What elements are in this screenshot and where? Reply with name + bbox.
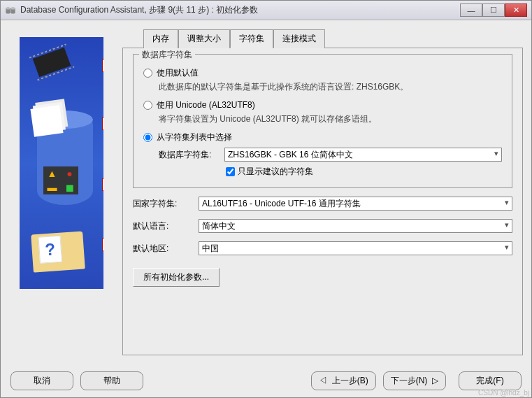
option-default[interactable]: 使用默认值: [143, 67, 502, 79]
radio-from-list[interactable]: [143, 133, 152, 142]
option-from-list[interactable]: 从字符集列表中选择: [143, 132, 502, 143]
svg-point-3: [6, 7, 10, 9]
help-folder-icon: [31, 231, 85, 272]
help-button[interactable]: 帮助: [80, 371, 143, 390]
dbca-window: Database Configuration Assistant, 步骤 9(共…: [0, 0, 532, 398]
all-params-row: 所有初始化参数...: [133, 268, 512, 287]
tab-sizing[interactable]: 调整大小: [178, 29, 230, 48]
step-check-icon: [102, 59, 103, 72]
body: ▲● ▬◼ 内存 调整大小 字符集 连接模式 数据库字符集: [1, 20, 531, 364]
radio-default[interactable]: [143, 69, 152, 78]
chip-icon: [33, 48, 71, 78]
default-lang-combo[interactable]: 简体中文: [199, 219, 512, 233]
svg-point-7: [10, 7, 15, 9]
db-charset-label: 数据库字符集:: [159, 149, 217, 161]
step-check-icon: [102, 118, 103, 130]
main-panel: 内存 调整大小 字符集 连接模式 数据库字符集 使用默认值 此数据库的默认字符集…: [122, 29, 523, 355]
national-charset-combo[interactable]: AL16UTF16 - Unicode UTF-16 通用字符集: [199, 197, 512, 211]
show-recommended-checkbox[interactable]: 只显示建议的字符集: [226, 166, 313, 178]
app-icon: [5, 5, 16, 16]
show-recommended-row: 只显示建议的字符集: [226, 166, 502, 178]
tab-memory[interactable]: 内存: [143, 29, 178, 48]
next-button[interactable]: 下一步(N) ▷: [383, 371, 446, 390]
tabs: 内存 调整大小 字符集 连接模式: [143, 29, 523, 48]
window-title: Database Configuration Assistant, 步骤 9(共…: [20, 4, 460, 16]
option-default-label: 使用默认值: [157, 67, 199, 79]
documents-icon: [30, 105, 63, 136]
maximize-button[interactable]: ☐: [482, 3, 505, 17]
titlebar: Database Configuration Assistant, 步骤 9(共…: [1, 1, 531, 20]
tab-panel-charset: 数据库字符集 使用默认值 此数据库的默认字符集是基于此操作系统的语言设置: ZH…: [122, 48, 523, 355]
option-from-list-label: 从字符集列表中选择: [157, 132, 232, 143]
shapes-icon: ▲● ▬◼: [43, 166, 78, 194]
db-charset-row: 数据库字符集: ZHS16GBK - GBK 16 位简体中文: [159, 148, 502, 162]
cancel-button[interactable]: 取消: [10, 371, 73, 390]
option-default-desc: 此数据库的默认字符集是基于此操作系统的语言设置: ZHS16GBK。: [159, 80, 502, 94]
finish-button[interactable]: 完成(F): [459, 371, 522, 390]
step-check-icon: [102, 178, 103, 191]
group-legend: 数据库字符集: [139, 49, 195, 61]
tab-charset[interactable]: 字符集: [230, 29, 273, 48]
default-lang-label: 默认语言:: [133, 220, 192, 232]
svg-point-6: [10, 11, 15, 13]
db-charset-combo[interactable]: ZHS16GBK - GBK 16 位简体中文: [224, 148, 502, 162]
option-unicode[interactable]: 使用 Unicode (AL32UTF8): [143, 99, 502, 111]
option-unicode-desc: 将字符集设置为 Unicode (AL32UTF8) 就可以存储多语组。: [159, 113, 502, 126]
option-unicode-label: 使用 Unicode (AL32UTF8): [157, 99, 255, 111]
close-button[interactable]: ✕: [505, 3, 527, 17]
national-charset-label: 国家字符集:: [133, 198, 192, 210]
step-check-icon: [102, 239, 103, 251]
wizard-graphic: ▲● ▬◼: [20, 37, 103, 289]
watermark: CSDN @lhdz_bj: [478, 389, 529, 397]
default-region-combo[interactable]: 中国: [199, 241, 512, 255]
all-init-params-button[interactable]: 所有初始化参数...: [133, 268, 220, 287]
default-region-label: 默认地区:: [133, 243, 192, 255]
tab-connection-mode[interactable]: 连接模式: [273, 29, 325, 48]
svg-point-2: [6, 11, 10, 13]
default-region-row: 默认地区: 中国: [133, 241, 512, 255]
radio-unicode[interactable]: [143, 101, 152, 110]
checkbox-show-recommended[interactable]: [226, 167, 235, 176]
back-button[interactable]: ◁ 上一步(B): [311, 371, 376, 390]
minimize-button[interactable]: —: [460, 3, 482, 17]
default-lang-row: 默认语言: 简体中文: [133, 219, 512, 233]
window-controls: — ☐ ✕: [460, 3, 527, 17]
wizard-footer: 取消 帮助 ◁ 上一步(B) 下一步(N) ▷ 完成(F): [1, 364, 531, 397]
db-charset-group: 数据库字符集 使用默认值 此数据库的默认字符集是基于此操作系统的语言设置: ZH…: [133, 54, 512, 188]
wizard-sidebar: ▲● ▬◼: [9, 29, 114, 355]
national-charset-row: 国家字符集: AL16UTF16 - Unicode UTF-16 通用字符集: [133, 197, 512, 211]
